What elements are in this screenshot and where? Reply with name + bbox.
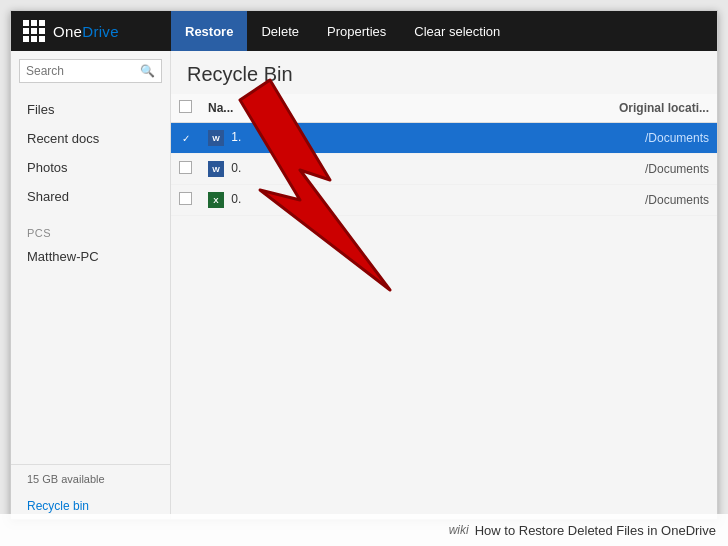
table-row[interactable]: ✓ W 1. /Documents [171, 123, 717, 154]
table-header-row: Na... Original locati... [171, 94, 717, 123]
logo-prefix: One [53, 23, 82, 40]
row1-extra-cell [349, 123, 397, 154]
row1-check-cell: ✓ [171, 123, 200, 154]
col-extra-header [349, 94, 397, 123]
wiki-how-to-title: How to Restore Deleted Files in OneDrive [475, 523, 716, 538]
row1-name-cell: W 1. [200, 123, 349, 154]
app-frame: OneDrive Restore Delete Properties Clear… [10, 10, 718, 520]
row3-extra-cell [349, 185, 397, 216]
wiki-logo: wiki [449, 523, 469, 537]
logo-suffix: Drive [82, 23, 119, 40]
row3-name-cell: X 0. [200, 185, 349, 216]
row3-check-cell [171, 185, 200, 216]
sidebar-spacer [11, 275, 170, 464]
row1-name: 1. [231, 130, 241, 144]
wiki-footer: wiki How to Restore Deleted Files in One… [0, 514, 728, 546]
row3-name: 0. [231, 192, 241, 206]
col-name-header: Na... [200, 94, 349, 123]
table-row[interactable]: W 0. /Documents [171, 154, 717, 185]
search-box[interactable]: 🔍 [19, 59, 162, 83]
sidebar-item-files[interactable]: Files [11, 95, 170, 124]
file-table-body: ✓ W 1. /Documents [171, 123, 717, 216]
sidebar-item-shared[interactable]: Shared [11, 182, 170, 211]
main-content: 🔍 Files Recent docs Photos Shared PCs Ma… [11, 51, 717, 519]
sidebar-item-matthew-pc[interactable]: Matthew-PC [11, 242, 170, 271]
logo-text: OneDrive [53, 23, 119, 40]
sidebar-item-recent[interactable]: Recent docs [11, 124, 170, 153]
file-table: Na... Original locati... ✓ W 1. [171, 94, 717, 216]
col-location-header: Original locati... [397, 94, 717, 123]
menu-delete[interactable]: Delete [247, 11, 313, 51]
app-logo: OneDrive [11, 20, 171, 42]
menu-restore[interactable]: Restore [171, 11, 247, 51]
row2-name-cell: W 0. [200, 154, 349, 185]
row2-name: 0. [231, 161, 241, 175]
row1-checkbox[interactable]: ✓ [179, 132, 192, 145]
row2-extra-cell [349, 154, 397, 185]
top-bar: OneDrive Restore Delete Properties Clear… [11, 11, 717, 51]
sidebar-nav-section: Files Recent docs Photos Shared [11, 91, 170, 215]
pcs-label: PCs [11, 219, 170, 242]
row3-file-icon: X [208, 192, 224, 208]
sidebar: 🔍 Files Recent docs Photos Shared PCs Ma… [11, 51, 171, 519]
row2-checkbox[interactable] [179, 161, 192, 174]
pane-title: Recycle Bin [171, 51, 717, 94]
select-all-checkbox[interactable] [179, 100, 192, 113]
storage-label: 15 GB available [11, 464, 170, 493]
row1-location: /Documents [397, 123, 717, 154]
menu-properties[interactable]: Properties [313, 11, 400, 51]
sidebar-item-photos[interactable]: Photos [11, 153, 170, 182]
waffle-icon[interactable] [23, 20, 45, 42]
row3-checkbox[interactable] [179, 192, 192, 205]
top-menu: Restore Delete Properties Clear selectio… [171, 11, 514, 51]
col-check-header [171, 94, 200, 123]
table-row[interactable]: X 0. /Documents [171, 185, 717, 216]
row3-location: /Documents [397, 185, 717, 216]
row1-file-icon: W [208, 130, 224, 146]
sidebar-pcs-section: PCs Matthew-PC [11, 215, 170, 275]
row2-check-cell [171, 154, 200, 185]
main-pane: Recycle Bin Na... Original locati... [171, 51, 717, 519]
row2-file-icon: W [208, 161, 224, 177]
menu-clear-selection[interactable]: Clear selection [400, 11, 514, 51]
search-input[interactable] [26, 64, 136, 78]
row2-location: /Documents [397, 154, 717, 185]
search-icon: 🔍 [140, 64, 155, 78]
